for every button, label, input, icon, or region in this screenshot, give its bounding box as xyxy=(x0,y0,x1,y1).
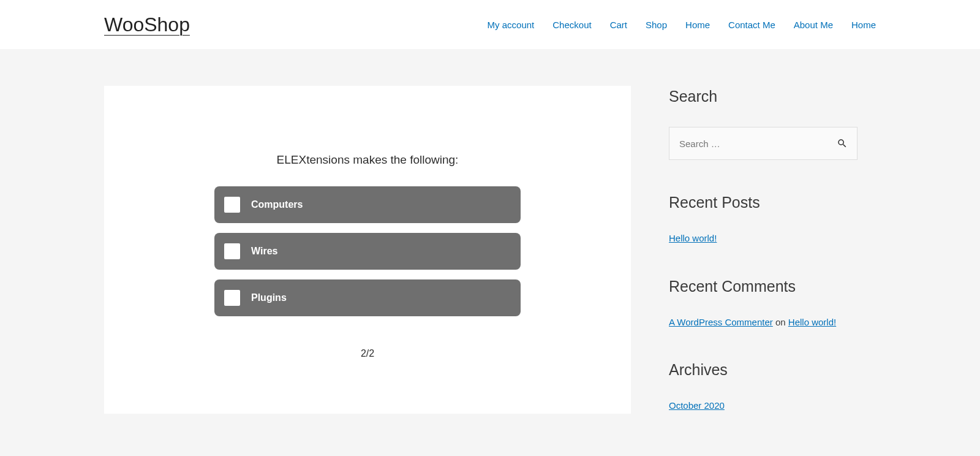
nav-shop[interactable]: Shop xyxy=(646,20,667,30)
widget-recent-comments: Recent Comments A WordPress Commenter on… xyxy=(669,278,876,327)
recent-posts-title: Recent Posts xyxy=(669,194,876,211)
recent-comments-title: Recent Comments xyxy=(669,278,876,295)
widget-search: Search xyxy=(669,88,876,160)
checkbox-icon xyxy=(224,290,240,306)
quiz-answers: Computers Wires Plugins xyxy=(214,186,521,316)
nav-my-account[interactable]: My account xyxy=(488,20,535,30)
comment-post-link[interactable]: Hello world! xyxy=(788,317,836,327)
search-icon xyxy=(837,138,848,149)
quiz-answer[interactable]: Computers xyxy=(214,186,521,223)
nav-home-2[interactable]: Home xyxy=(851,20,876,30)
quiz-answer[interactable]: Plugins xyxy=(214,279,521,316)
site-logo[interactable]: WooShop xyxy=(104,13,190,36)
quiz-answer-label: Computers xyxy=(251,199,303,210)
nav-contact-me[interactable]: Contact Me xyxy=(728,20,775,30)
quiz-question: ELEXtensions makes the following: xyxy=(277,153,459,167)
checkbox-icon xyxy=(224,243,240,259)
search-input[interactable] xyxy=(669,139,827,149)
search-button[interactable] xyxy=(827,138,857,149)
archive-link[interactable]: October 2020 xyxy=(669,400,725,411)
widget-archives: Archives October 2020 xyxy=(669,361,876,411)
nav-about-me[interactable]: About Me xyxy=(794,20,833,30)
recent-comment-item: A WordPress Commenter on Hello world! xyxy=(669,317,876,327)
recent-post-link[interactable]: Hello world! xyxy=(669,233,717,243)
archives-title: Archives xyxy=(669,361,876,379)
comment-sep: on xyxy=(773,317,788,327)
quiz-card: ELEXtensions makes the following: Comput… xyxy=(104,86,631,414)
comment-author-link[interactable]: A WordPress Commenter xyxy=(669,317,773,327)
quiz-answer-label: Plugins xyxy=(251,292,287,303)
search-box xyxy=(669,127,858,160)
quiz-answer[interactable]: Wires xyxy=(214,233,521,270)
widget-recent-posts: Recent Posts Hello world! xyxy=(669,194,876,244)
checkbox-icon xyxy=(224,197,240,213)
nav-home[interactable]: Home xyxy=(685,20,710,30)
site-header: WooShop My account Checkout Cart Shop Ho… xyxy=(0,0,980,49)
primary-nav: My account Checkout Cart Shop Home Conta… xyxy=(488,20,876,30)
quiz-answer-label: Wires xyxy=(251,246,277,257)
quiz-page-counter: 2/2 xyxy=(361,348,374,359)
search-title: Search xyxy=(669,88,876,105)
nav-cart[interactable]: Cart xyxy=(610,20,627,30)
sidebar: Search Recent Posts Hello world! Recent … xyxy=(669,86,876,411)
nav-checkout[interactable]: Checkout xyxy=(552,20,591,30)
